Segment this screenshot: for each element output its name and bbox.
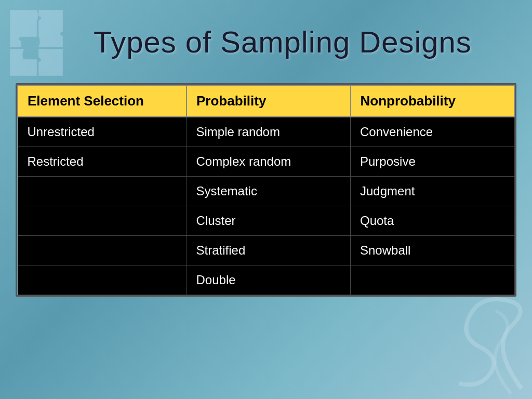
- cell-restricted: Restricted: [18, 147, 187, 177]
- cell-quota: Quota: [351, 206, 515, 236]
- cell-stratified: Stratified: [187, 236, 350, 265]
- cell-unrestricted: Unrestricted: [18, 117, 187, 147]
- table-header-row: Element Selection Probability Nonprobabi…: [18, 85, 514, 117]
- page-title: Types of Sampling Designs: [94, 24, 472, 59]
- cell-simple-random: Simple random: [187, 117, 350, 147]
- cell-empty-2: [18, 206, 187, 236]
- cell-convenience: Convenience: [351, 117, 515, 147]
- sampling-table: Element Selection Probability Nonprobabi…: [17, 85, 515, 295]
- cell-empty-5: [351, 265, 515, 295]
- cell-empty-3: [18, 236, 187, 265]
- cell-judgment: Judgment: [351, 177, 515, 206]
- header-probability: Probability: [187, 85, 350, 117]
- swirl-decoration: [428, 295, 532, 399]
- table-row-systematic: Systematic Judgment: [18, 177, 514, 206]
- table-row-restricted: Restricted Complex random Purposive: [18, 147, 514, 177]
- table-row-cluster: Cluster Quota: [18, 206, 514, 236]
- page-header: Types of Sampling Designs: [0, 0, 532, 83]
- cell-empty-4: [18, 265, 187, 295]
- cell-complex-random: Complex random: [187, 147, 350, 177]
- cell-purposive: Purposive: [351, 147, 515, 177]
- cell-systematic: Systematic: [187, 177, 350, 206]
- table-row-double: Double: [18, 265, 514, 295]
- header-nonprobability: Nonprobability: [351, 85, 515, 117]
- cell-double: Double: [187, 265, 350, 295]
- sampling-table-container: Element Selection Probability Nonprobabi…: [16, 83, 516, 297]
- cell-empty-1: [18, 177, 187, 206]
- cell-snowball: Snowball: [351, 236, 515, 265]
- cell-cluster: Cluster: [187, 206, 350, 236]
- table-row-unrestricted: Unrestricted Simple random Convenience: [18, 117, 514, 147]
- table-row-stratified: Stratified Snowball: [18, 236, 514, 265]
- header-element-selection: Element Selection: [18, 85, 187, 117]
